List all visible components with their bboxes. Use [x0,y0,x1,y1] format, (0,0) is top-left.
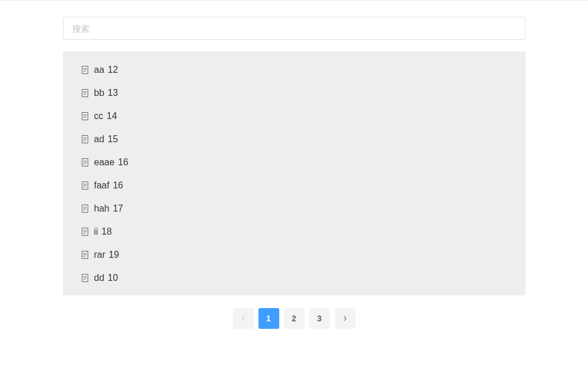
item-name: cc [94,109,103,123]
pager-page-button[interactable]: 1 [258,308,279,329]
item-age: 16 [118,155,128,169]
item-name: dd [94,271,105,285]
list-item[interactable]: ad 15 [80,128,508,151]
document-icon [80,250,90,260]
item-age: 17 [113,202,123,216]
list-item[interactable]: rar 19 [80,243,508,266]
item-age: 10 [108,271,118,285]
document-icon [80,181,90,190]
pager-page-button[interactable]: 3 [309,308,330,329]
list-item[interactable]: hah 17 [80,197,508,220]
item-age: 18 [102,225,112,239]
list-item[interactable]: faaf 16 [80,174,508,197]
pager-prev-button [233,308,254,329]
item-age: 14 [107,109,117,123]
document-icon [80,158,90,167]
pager-next-button[interactable] [335,308,356,329]
list-item[interactable]: dd 10 [80,266,508,290]
search-input[interactable] [63,17,526,40]
document-icon [80,88,90,98]
item-age: 15 [108,132,118,146]
results-list: aa 12 bb 13 cc 14 ad 15 eaae 16 [63,51,526,295]
item-name: hah [94,202,110,216]
item-age: 19 [109,248,119,262]
item-name: eaae [94,155,115,169]
item-name: ad [94,132,105,146]
document-icon [80,112,90,121]
list-item[interactable]: bb 13 [80,81,508,105]
document-icon [80,273,90,283]
document-icon [80,204,90,213]
item-name: faaf [94,179,110,192]
pager-page-button[interactable]: 2 [284,308,305,329]
item-age: 12 [108,63,118,77]
item-name: aa [94,63,105,77]
pager-page-label: 2 [292,314,297,323]
item-age: 16 [113,179,123,192]
document-icon [80,135,90,144]
item-name: bb [94,86,105,100]
item-name: ii [94,225,98,239]
chevron-left-icon [240,315,247,322]
list-item[interactable]: cc 14 [80,105,508,128]
item-age: 13 [108,86,118,100]
pager-page-label: 1 [267,314,271,323]
list-item[interactable]: aa 12 [80,58,508,81]
pager-page-label: 3 [317,314,322,323]
item-name: rar [94,248,106,262]
list-item[interactable]: eaae 16 [80,151,508,174]
pagination: 1 2 3 [63,308,526,329]
chevron-right-icon [342,315,349,322]
list-item[interactable]: ii 18 [80,220,508,243]
document-icon [80,227,90,236]
document-icon [80,65,90,75]
